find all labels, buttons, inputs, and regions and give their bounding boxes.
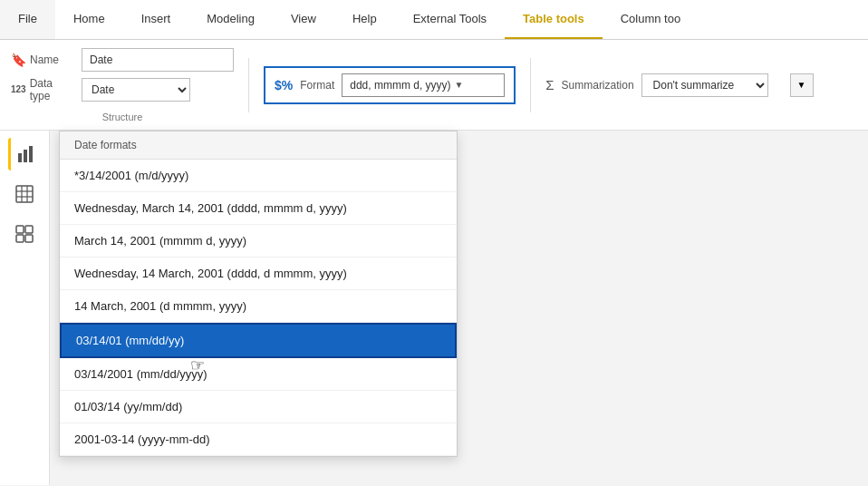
tab-insert[interactable]: Insert	[123, 0, 189, 39]
format-icon: $%	[275, 78, 293, 92]
sidebar-icon-table[interactable]	[8, 178, 41, 210]
datatype-icon: 123	[11, 84, 26, 94]
name-input[interactable]	[82, 48, 234, 72]
datatype-label-text: Data type	[30, 77, 74, 102]
svg-rect-2	[29, 146, 33, 162]
tab-help[interactable]: Help	[334, 0, 395, 39]
summarization-group: Σ Summarization Don't summarize	[545, 73, 767, 97]
separator-1	[248, 58, 249, 112]
svg-rect-1	[24, 150, 27, 162]
format-label-text: Format	[300, 79, 334, 92]
datatype-label: 123 Data type	[11, 77, 74, 102]
name-label-text: Name	[30, 53, 59, 66]
summarization-row: Σ Summarization Don't summarize	[545, 73, 767, 97]
sidebar-icon-model[interactable]	[8, 218, 41, 250]
main-content: Date formats *3/14/2001 (m/d/yyyy) Wedne…	[50, 131, 868, 485]
format-option-7[interactable]: 03/14/2001 (mm/dd/yyyy)	[60, 358, 457, 391]
ribbon-toolbar: 🔖 Name 123 Data type Date Structure $% F…	[0, 40, 868, 131]
format-option-2[interactable]: Wednesday, March 14, 2001 (dddd, mmmm d,…	[60, 192, 457, 225]
name-datatype-group: 🔖 Name 123 Data type Date Structure	[11, 48, 234, 122]
tab-file[interactable]: File	[0, 0, 55, 39]
sidebar	[0, 131, 50, 485]
summarization-select[interactable]: Don't summarize	[641, 73, 768, 97]
format-value-box[interactable]: ddd, mmmm d, yyyy) ▼	[342, 73, 505, 97]
extra-dropdown[interactable]: ▼	[790, 73, 814, 97]
name-label: 🔖 Name	[11, 53, 74, 67]
format-group: $% Format ddd, mmmm d, yyyy) ▼	[264, 66, 516, 104]
format-option-1[interactable]: *3/14/2001 (m/d/yyyy)	[60, 160, 457, 192]
svg-rect-8	[16, 226, 24, 233]
tab-modeling[interactable]: Modeling	[188, 0, 273, 39]
dropdown-arrow: ▼	[797, 80, 806, 90]
tab-external-tools[interactable]: External Tools	[395, 0, 505, 39]
format-option-6[interactable]: 03/14/01 (mm/dd/yy)	[60, 323, 457, 358]
format-option-4[interactable]: Wednesday, 14 March, 2001 (dddd, d mmmm,…	[60, 258, 457, 290]
datatype-row: 123 Data type Date	[11, 77, 234, 102]
structure-label: Structure	[11, 112, 234, 122]
ribbon-tabs: File Home Insert Modeling View Help Exte…	[0, 0, 868, 40]
tab-table-tools[interactable]: Table tools	[505, 0, 603, 39]
separator-2	[530, 58, 531, 112]
svg-rect-9	[25, 226, 33, 233]
sidebar-icon-chart[interactable]	[8, 138, 41, 170]
format-option-3[interactable]: March 14, 2001 (mmmm d, yyyy)	[60, 225, 457, 258]
tab-view[interactable]: View	[273, 0, 334, 39]
svg-rect-10	[16, 235, 24, 242]
sigma-icon: Σ	[545, 77, 554, 92]
summarization-label-text: Summarization	[562, 79, 634, 92]
main-layout: Date formats *3/14/2001 (m/d/yyyy) Wedne…	[0, 131, 868, 485]
datatype-select[interactable]: Date	[82, 78, 190, 102]
tab-column-tools[interactable]: Column too	[603, 0, 699, 39]
dropdown-header: Date formats	[60, 131, 457, 160]
extra-controls: ▼	[790, 73, 814, 97]
format-dropdown-arrow: ▼	[455, 80, 464, 90]
svg-rect-0	[18, 153, 22, 162]
format-option-8[interactable]: 01/03/14 (yy/mm/dd)	[60, 391, 457, 423]
format-value-text: ddd, mmmm d, yyyy)	[350, 79, 450, 92]
svg-rect-11	[25, 235, 33, 242]
format-dropdown-panel: Date formats *3/14/2001 (m/d/yyyy) Wedne…	[59, 131, 458, 457]
format-option-9[interactable]: 2001-03-14 (yyyy-mm-dd)	[60, 423, 457, 456]
name-icon: 🔖	[11, 53, 26, 67]
svg-rect-3	[16, 186, 33, 202]
name-row: 🔖 Name	[11, 48, 234, 72]
tab-home[interactable]: Home	[55, 0, 123, 39]
format-option-5[interactable]: 14 March, 2001 (d mmmm, yyyy)	[60, 290, 457, 323]
